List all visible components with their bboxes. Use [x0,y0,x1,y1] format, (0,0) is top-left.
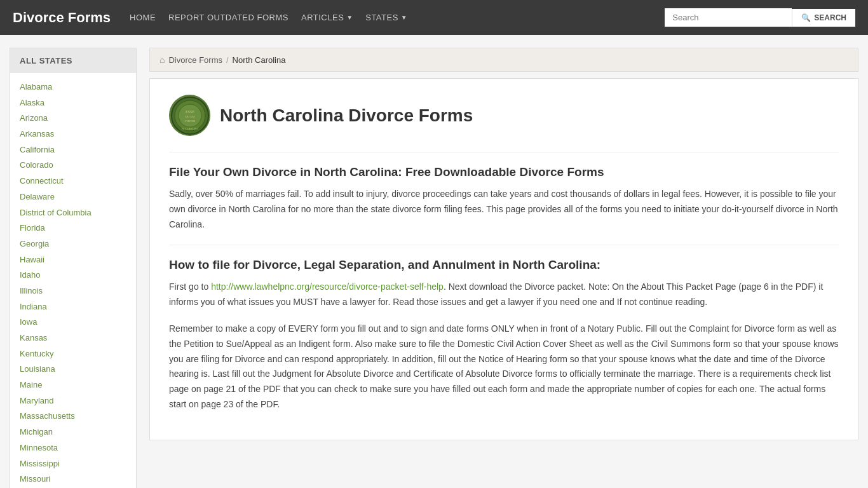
breadcrumb-parent[interactable]: Divorce Forms [168,55,222,65]
state-title: North Carolina Divorce Forms [220,105,473,126]
search-button[interactable]: 🔍 SEARCH [792,9,855,27]
nav-articles[interactable]: ARTICLES [301,13,344,22]
svg-text:ESSE: ESSE [185,110,194,114]
section2-text2: Remember to make a copy of EVERY form yo… [169,322,839,412]
site-brand[interactable]: Divorce Forms [13,10,111,26]
sidebar-item-california[interactable]: California [20,142,126,158]
navbar: Divorce Forms HOME REPORT OUTDATED FORMS… [0,0,868,35]
sidebar-item-maryland[interactable]: Maryland [20,393,126,409]
sidebar-item-maine[interactable]: Maine [20,377,126,393]
section2-text1: First go to http://www.lawhelpnc.org/res… [169,280,839,310]
sidebar-item-connecticut[interactable]: Connecticut [20,173,126,189]
section2-title: How to file for Divorce, Legal Separatio… [169,258,839,272]
divider-1 [169,152,839,152]
sidebar-item-indiana[interactable]: Indiana [20,299,126,315]
content-box: ESSE QUAM VIDERI N. CAROLINA North Carol… [149,78,858,440]
sidebar-item-alabama[interactable]: Alabama [20,79,126,95]
sidebar-state-list: AlabamaAlaskaArizonaArkansasCaliforniaCo… [10,73,136,488]
search-input[interactable] [665,8,792,27]
state-header: ESSE QUAM VIDERI N. CAROLINA North Carol… [169,95,839,136]
sidebar-item-minnesota[interactable]: Minnesota [20,440,126,456]
section1-title: File Your Own Divorce in North Carolina:… [169,165,839,179]
nav-states[interactable]: STATES [365,13,398,22]
states-chevron-icon: ▼ [401,14,407,21]
svg-text:N. CAROLINA: N. CAROLINA [182,127,198,130]
sidebar-item-illinois[interactable]: Illinois [20,283,126,299]
sidebar-item-kansas[interactable]: Kansas [20,330,126,346]
state-seal: ESSE QUAM VIDERI N. CAROLINA [169,95,210,136]
breadcrumb: ⌂ Divorce Forms / North Carolina [149,48,858,72]
search-icon: 🔍 [801,13,811,22]
sidebar-item-louisiana[interactable]: Louisiana [20,362,126,377]
sidebar-item-kentucky[interactable]: Kentucky [20,346,126,362]
search-form: 🔍 SEARCH [665,8,855,27]
sidebar-item-massachusetts[interactable]: Massachusetts [20,409,126,424]
sidebar-item-florida[interactable]: Florida [20,220,126,236]
section1-text: Sadly, over 50% of marriages fail. To ad… [169,187,839,232]
nav-links: HOME REPORT OUTDATED FORMS ARTICLES ▼ ST… [130,13,665,22]
svg-text:VIDERI: VIDERI [184,119,195,123]
breadcrumb-current: North Carolina [233,55,286,65]
nav-states-dropdown[interactable]: STATES ▼ [365,13,407,22]
sidebar-item-arkansas[interactable]: Arkansas [20,126,126,142]
divider-2 [169,245,839,245]
svg-text:QUAM: QUAM [185,115,195,118]
sidebar-item-hawaii[interactable]: Hawaii [20,252,126,268]
main-layout: ALL STATES AlabamaAlaskaArizonaArkansasC… [0,35,868,488]
sidebar-item-mississippi[interactable]: Mississippi [20,456,126,472]
sidebar-item-iowa[interactable]: Iowa [20,315,126,330]
sidebar-item-georgia[interactable]: Georgia [20,236,126,252]
nav-articles-dropdown[interactable]: ARTICLES ▼ [301,13,353,22]
search-button-label: SEARCH [814,13,846,22]
sidebar-item-district-of-columbia[interactable]: District of Columbia [20,205,126,221]
content-area: ⌂ Divorce Forms / North Carolina ESSE QU… [149,48,858,440]
articles-chevron-icon: ▼ [346,14,353,21]
sidebar-item-missouri[interactable]: Missouri [20,471,126,487]
sidebar-item-colorado[interactable]: Colorado [20,158,126,173]
sidebar-item-arizona[interactable]: Arizona [20,111,126,126]
nav-report[interactable]: REPORT OUTDATED FORMS [168,13,288,22]
nav-home[interactable]: HOME [130,13,156,22]
section2-link[interactable]: http://www.lawhelpnc.org/resource/divorc… [211,281,444,292]
sidebar-item-idaho[interactable]: Idaho [20,268,126,283]
section2-before: First go to [169,281,211,292]
sidebar-header: ALL STATES [10,48,136,73]
home-icon: ⌂ [159,55,165,65]
sidebar-item-michigan[interactable]: Michigan [20,424,126,440]
breadcrumb-separator: / [226,55,229,65]
sidebar-item-alaska[interactable]: Alaska [20,95,126,111]
sidebar: ALL STATES AlabamaAlaskaArizonaArkansasC… [10,48,137,488]
seal-svg: ESSE QUAM VIDERI N. CAROLINA [171,97,209,135]
sidebar-item-delaware[interactable]: Delaware [20,189,126,205]
